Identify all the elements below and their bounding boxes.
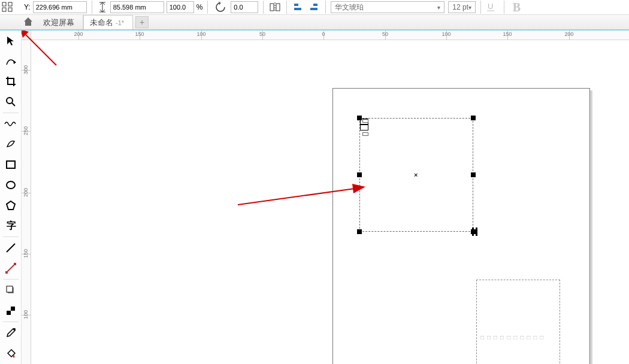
svg-text:U: U xyxy=(488,2,493,11)
drop-shadow-tool[interactable] xyxy=(1,280,21,301)
chevron-down-icon: ▾ xyxy=(437,4,440,11)
main-area: 字 20015010050050100150200 30025020015010… xyxy=(0,31,629,364)
home-icon[interactable] xyxy=(22,15,35,28)
svg-point-17 xyxy=(7,98,13,104)
separator xyxy=(207,1,208,14)
text-overflow-indicator[interactable] xyxy=(470,228,482,237)
tab-document-suffix: -1* xyxy=(116,19,124,26)
svg-rect-25 xyxy=(5,271,8,274)
rotation-input[interactable]: 0.0 xyxy=(231,1,258,13)
separator xyxy=(92,1,92,14)
svg-rect-26 xyxy=(14,263,16,265)
object-position-icon xyxy=(1,1,18,13)
artistic-media-tool[interactable] xyxy=(1,134,21,154)
svg-rect-28 xyxy=(7,286,13,292)
svg-rect-1 xyxy=(2,8,6,11)
line-tool[interactable] xyxy=(1,238,21,258)
bold-button[interactable]: B xyxy=(509,0,524,14)
font-family-value: 华文琥珀 xyxy=(335,2,364,13)
polygon-tool[interactable] xyxy=(1,195,21,216)
separator xyxy=(286,1,287,14)
tab-welcome-label: 欢迎屏幕 xyxy=(43,17,74,28)
svg-rect-8 xyxy=(276,4,280,11)
chevron-down-icon: ▾ xyxy=(468,4,471,11)
font-size-value: 12 pt xyxy=(452,3,468,11)
svg-rect-2 xyxy=(8,2,12,6)
handle-top-right[interactable] xyxy=(471,116,476,120)
text-tool[interactable]: 字 xyxy=(1,216,21,236)
svg-rect-11 xyxy=(294,8,301,10)
svg-rect-12 xyxy=(313,4,317,6)
connector-tool[interactable] xyxy=(1,258,21,278)
svg-rect-19 xyxy=(7,161,15,168)
handle-bottom-left[interactable] xyxy=(357,229,362,234)
frame-link-tabs xyxy=(362,119,368,136)
mirror-horizontal-icon[interactable] xyxy=(268,1,282,14)
crop-tool[interactable] xyxy=(1,71,21,92)
y-position-input[interactable]: 229.696 mm xyxy=(33,1,87,13)
handle-top-left[interactable] xyxy=(357,116,362,120)
svg-rect-10 xyxy=(294,4,298,6)
svg-text:字: 字 xyxy=(7,220,16,230)
property-bar: Y: 229.696 mm 85.598 mm 100.0 % xyxy=(0,0,629,15)
pick-tool[interactable] xyxy=(1,31,21,51)
svg-marker-16 xyxy=(13,60,16,64)
align-left-icon[interactable] xyxy=(292,1,305,14)
new-tab-button[interactable]: + xyxy=(135,16,149,28)
align-icons xyxy=(292,1,320,14)
svg-rect-13 xyxy=(310,8,317,10)
svg-line-23 xyxy=(7,244,15,252)
drawing-canvas[interactable]: × □□□□□□□□□□ xyxy=(31,40,629,364)
toolbox-separator xyxy=(3,279,19,280)
toolbox-separator xyxy=(3,236,19,237)
svg-rect-3 xyxy=(8,8,12,11)
separator xyxy=(504,1,504,14)
rectangle-tool[interactable] xyxy=(1,154,21,175)
svg-point-32 xyxy=(13,328,16,330)
tab-document[interactable]: 未命名 -1* xyxy=(83,15,133,29)
svg-rect-0 xyxy=(2,2,6,6)
scale-value: 100.0 xyxy=(170,4,186,11)
height-icon xyxy=(97,2,108,13)
font-size-select[interactable]: 12 pt ▾ xyxy=(448,1,476,13)
fill-tool[interactable] xyxy=(1,343,21,363)
height-value: 85.598 mm xyxy=(113,4,146,11)
rotate-icon xyxy=(213,1,228,14)
align-right-icon[interactable] xyxy=(307,1,320,14)
freehand-tool[interactable] xyxy=(1,114,21,134)
shape-edit-tool[interactable] xyxy=(1,51,21,71)
svg-point-20 xyxy=(7,181,15,189)
vertical-ruler[interactable]: 300250200150100 xyxy=(22,40,31,364)
svg-rect-7 xyxy=(270,4,274,11)
horizontal-ruler[interactable]: 20015010050050100150200 xyxy=(22,31,629,40)
svg-marker-21 xyxy=(7,201,15,210)
scale-input[interactable]: 100.0 xyxy=(167,1,194,13)
eyedropper-tool[interactable] xyxy=(1,323,21,343)
ellipse-tool[interactable] xyxy=(1,175,21,195)
workspace[interactable]: 20015010050050100150200 300250200150100 … xyxy=(22,31,629,364)
y-position-value: 229.696 mm xyxy=(36,4,72,11)
selected-text-frame[interactable]: × xyxy=(359,118,473,232)
svg-rect-31 xyxy=(11,311,15,315)
y-label: Y: xyxy=(24,3,31,11)
toolbox-separator xyxy=(3,113,19,113)
selection-center-mark: × xyxy=(414,171,418,178)
separator xyxy=(480,1,481,14)
toolbox-separator xyxy=(3,321,19,322)
toolbox: 字 xyxy=(0,31,22,364)
handle-middle-right[interactable] xyxy=(471,172,476,177)
svg-rect-30 xyxy=(7,307,11,311)
handle-middle-left[interactable] xyxy=(357,172,362,177)
document-tab-strip: 欢迎屏幕 未命名 -1* + xyxy=(0,15,629,31)
font-family-select[interactable]: 华文琥珀 ▾ xyxy=(331,1,444,13)
tab-welcome[interactable]: 欢迎屏幕 xyxy=(37,15,83,29)
ruler-origin-corner[interactable] xyxy=(22,31,31,40)
underline-icon[interactable]: U xyxy=(486,1,499,14)
percent-sign: % xyxy=(196,3,203,11)
zoom-tool[interactable] xyxy=(1,92,21,112)
height-input[interactable]: 85.598 mm xyxy=(110,1,164,13)
transparency-tool[interactable] xyxy=(1,301,21,321)
rotation-value: 0.0 xyxy=(234,4,243,11)
secondary-text-frame[interactable]: □□□□□□□□□□ xyxy=(476,280,560,364)
placeholder-glyphs: □□□□□□□□□□ xyxy=(480,334,556,341)
